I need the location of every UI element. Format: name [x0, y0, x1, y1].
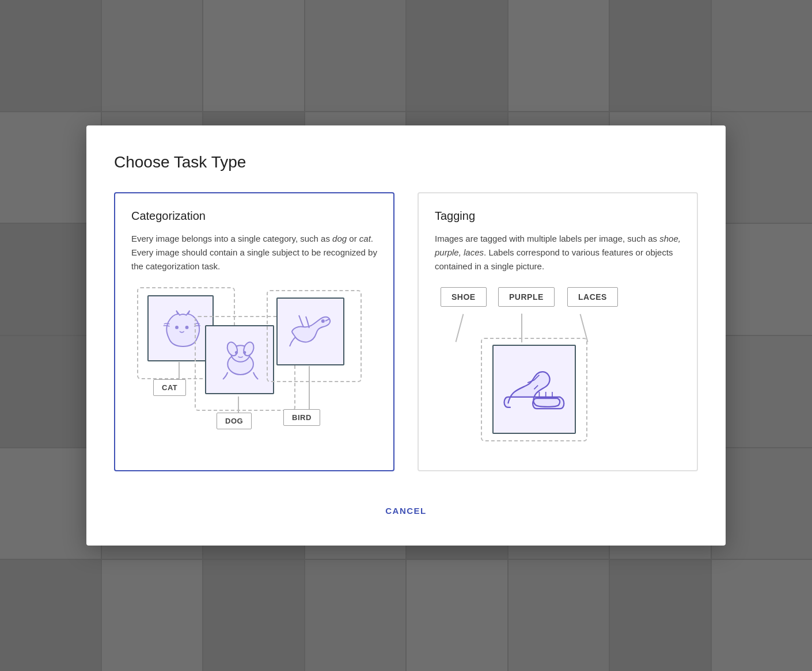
laces-tag-label: LACES — [567, 287, 618, 307]
shoe-card — [492, 345, 576, 434]
dog-card — [205, 325, 274, 394]
modal-backdrop: Choose Task Type Categorization Every im… — [0, 0, 812, 671]
cancel-button[interactable]: CANCEL — [371, 499, 441, 523]
shoe-tag-label: SHOE — [441, 287, 487, 307]
tagging-desc: Images are tagged with multiple labels p… — [435, 232, 681, 273]
categorization-title: Categorization — [131, 209, 377, 223]
tagging-illustration: SHOE PURPLE LACES — [435, 287, 681, 454]
cat-connector — [179, 362, 180, 379]
dog-connector — [238, 396, 239, 413]
task-options: Categorization Every image belongs into … — [114, 192, 698, 471]
svg-point-8 — [321, 319, 325, 323]
shoe-line — [456, 314, 464, 342]
modal-footer: CANCEL — [114, 494, 698, 523]
svg-point-0 — [175, 326, 179, 329]
modal-title: Choose Task Type — [114, 153, 698, 171]
tagging-title: Tagging — [435, 209, 681, 223]
cat-label: CAT — [153, 379, 186, 396]
bird-card — [276, 298, 344, 365]
bird-connector — [309, 366, 310, 409]
choose-task-modal: Choose Task Type Categorization Every im… — [86, 125, 726, 546]
dog-label: DOG — [217, 413, 252, 429]
categorization-card[interactable]: Categorization Every image belongs into … — [114, 192, 394, 471]
tagging-card[interactable]: Tagging Images are tagged with multiple … — [418, 192, 698, 471]
categorization-illustration: CAT DOG BIRD — [131, 287, 377, 454]
bird-label: BIRD — [283, 409, 320, 426]
svg-point-6 — [235, 351, 238, 354]
categorization-desc: Every image belongs into a single catego… — [131, 232, 377, 273]
svg-point-1 — [185, 326, 188, 329]
svg-point-7 — [244, 351, 246, 354]
purple-tag-label: PURPLE — [498, 287, 555, 307]
